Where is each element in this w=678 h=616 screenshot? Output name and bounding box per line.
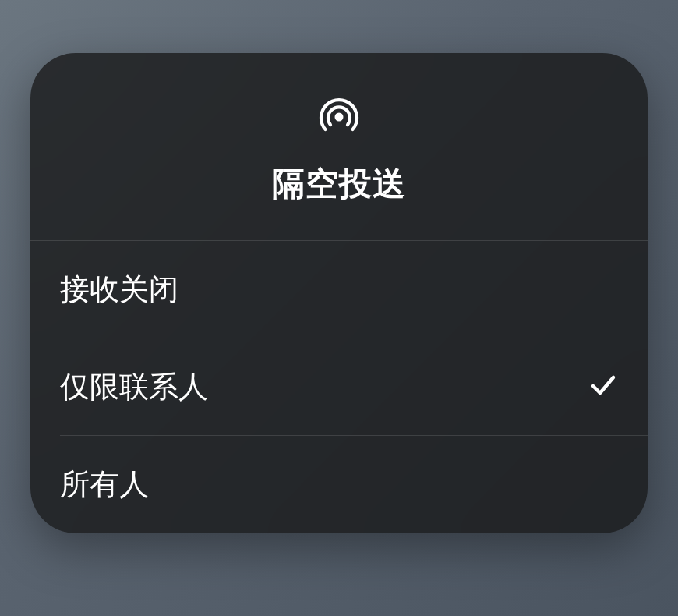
panel-title: 隔空投送 [272,162,406,206]
checkmark-icon [588,370,618,403]
airdrop-icon [315,87,363,139]
option-receiving-off[interactable]: 接收关闭 [30,241,648,338]
airdrop-settings-panel: 隔空投送 接收关闭 仅限联系人 所有人 [30,53,648,533]
divider [30,533,648,533]
option-list: 接收关闭 仅限联系人 所有人 [30,241,648,533]
panel-header: 隔空投送 [30,53,648,241]
option-everyone[interactable]: 所有人 [30,436,648,533]
option-label: 接收关闭 [60,270,178,310]
option-label: 所有人 [60,465,149,504]
option-contacts-only[interactable]: 仅限联系人 [30,338,648,435]
svg-point-0 [335,113,344,122]
option-label: 仅限联系人 [60,367,208,407]
